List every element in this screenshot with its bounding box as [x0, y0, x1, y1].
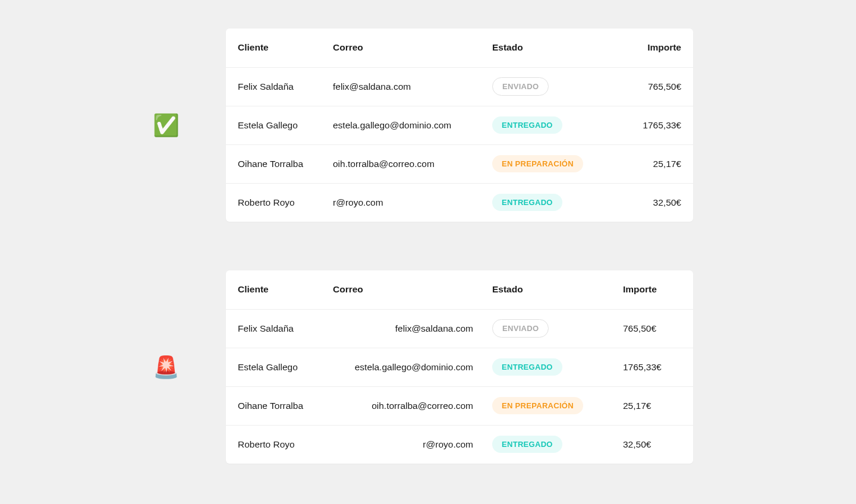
table-row: Roberto Royo r@royo.com ENTREGADO 32,50€ — [226, 183, 693, 222]
cell-amount: 25,17€ — [623, 386, 693, 425]
table-header-row: Cliente Correo Estado Importe — [226, 270, 693, 309]
cell-status: ENTREGADO — [492, 425, 623, 464]
cell-email: oih.torralba@correo.com — [333, 144, 492, 183]
check-icon: ✅ — [153, 115, 180, 136]
good-example: ✅ Cliente Correo Estado Importe Felix Sa… — [0, 29, 856, 222]
table-row: Estela Gallego estela.gallego@dominio.co… — [226, 348, 693, 386]
cell-client: Roberto Royo — [226, 183, 333, 222]
cell-email: r@royo.com — [333, 425, 492, 464]
header-status: Estado — [492, 270, 623, 309]
cell-email: estela.gallego@dominio.com — [333, 348, 492, 386]
status-badge: EN PREPARACIÓN — [492, 155, 583, 172]
cell-email: felix@saldana.com — [333, 67, 492, 106]
cell-client: Oihane Torralba — [226, 144, 333, 183]
status-badge: ENTREGADO — [492, 436, 562, 453]
status-badge: ENTREGADO — [492, 194, 562, 211]
status-badge: ENVIADO — [492, 77, 549, 96]
cell-amount: 765,50€ — [623, 67, 693, 106]
alert-icon: 🚨 — [153, 357, 180, 378]
table-row: Felix Saldaña felix@saldana.com ENVIADO … — [226, 67, 693, 106]
status-badge: EN PREPARACIÓN — [492, 397, 583, 414]
table-header-row: Cliente Correo Estado Importe — [226, 29, 693, 67]
cell-status: ENTREGADO — [492, 183, 623, 222]
cell-amount: 32,50€ — [623, 425, 693, 464]
cell-amount: 1765,33€ — [623, 106, 693, 144]
cell-client: Roberto Royo — [226, 425, 333, 464]
status-badge: ENTREGADO — [492, 358, 562, 376]
table-row: Oihane Torralba oih.torralba@correo.com … — [226, 144, 693, 183]
table-row: Felix Saldaña felix@saldana.com ENVIADO … — [226, 309, 693, 348]
cell-status: ENVIADO — [492, 309, 623, 348]
status-badge: ENVIADO — [492, 319, 549, 338]
header-amount: Importe — [623, 29, 693, 67]
table-row: Estela Gallego estela.gallego@dominio.co… — [226, 106, 693, 144]
bad-example: 🚨 Cliente Correo Estado Importe Felix Sa… — [0, 270, 856, 464]
cell-amount: 1765,33€ — [623, 348, 693, 386]
header-client: Cliente — [226, 29, 333, 67]
cell-email: oih.torralba@correo.com — [333, 386, 492, 425]
cell-client: Felix Saldaña — [226, 67, 333, 106]
cell-status: ENVIADO — [492, 67, 623, 106]
cell-client: Felix Saldaña — [226, 309, 333, 348]
cell-email: felix@saldana.com — [333, 309, 492, 348]
cell-amount: 25,17€ — [623, 144, 693, 183]
cell-client: Oihane Torralba — [226, 386, 333, 425]
good-table: Cliente Correo Estado Importe Felix Sald… — [226, 29, 693, 222]
header-email: Correo — [333, 29, 492, 67]
table-row: Oihane Torralba oih.torralba@correo.com … — [226, 386, 693, 425]
cell-client: Estela Gallego — [226, 106, 333, 144]
bad-icon-wrap: 🚨 — [0, 357, 180, 378]
cell-client: Estela Gallego — [226, 348, 333, 386]
cell-amount: 32,50€ — [623, 183, 693, 222]
cell-email: estela.gallego@dominio.com — [333, 106, 492, 144]
cell-email: r@royo.com — [333, 183, 492, 222]
header-amount: Importe — [623, 270, 693, 309]
table-row: Roberto Royo r@royo.com ENTREGADO 32,50€ — [226, 425, 693, 464]
cell-status: EN PREPARACIÓN — [492, 144, 623, 183]
good-table-card: Cliente Correo Estado Importe Felix Sald… — [226, 29, 693, 222]
cell-status: ENTREGADO — [492, 106, 623, 144]
cell-status: ENTREGADO — [492, 348, 623, 386]
good-icon-wrap: ✅ — [0, 115, 180, 136]
header-email: Correo — [333, 270, 492, 309]
header-status: Estado — [492, 29, 623, 67]
header-client: Cliente — [226, 270, 333, 309]
cell-amount: 765,50€ — [623, 309, 693, 348]
bad-table: Cliente Correo Estado Importe Felix Sald… — [226, 270, 693, 464]
status-badge: ENTREGADO — [492, 116, 562, 134]
cell-status: EN PREPARACIÓN — [492, 386, 623, 425]
bad-table-card: Cliente Correo Estado Importe Felix Sald… — [226, 270, 693, 464]
